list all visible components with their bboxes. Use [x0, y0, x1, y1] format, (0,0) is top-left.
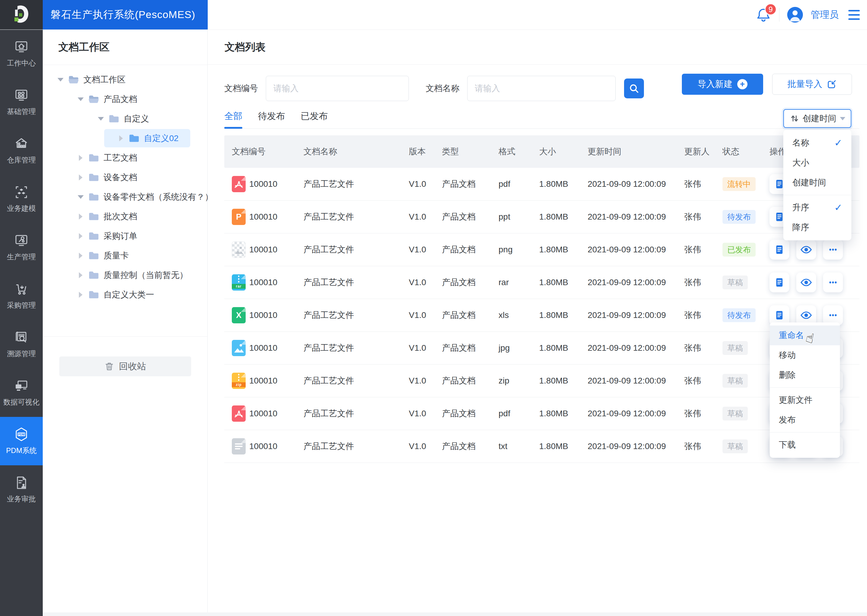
context-menu-item-移动[interactable]: 移动: [770, 345, 840, 365]
caret-right-icon[interactable]: [77, 155, 85, 161]
context-menu-item-删除[interactable]: 删除: [770, 365, 840, 385]
cell-format: ppt: [498, 212, 510, 222]
tab-全部[interactable]: 全部: [224, 104, 242, 129]
search-button[interactable]: [624, 79, 644, 98]
tree-node[interactable]: 设备零件文档（系统没有？）: [43, 187, 207, 207]
doc-name-input[interactable]: [467, 76, 616, 101]
sidebar-item-label: 数据可视化: [3, 398, 39, 407]
tree-node[interactable]: 自定义: [43, 109, 207, 129]
tree-node[interactable]: 批次文档: [43, 207, 207, 226]
context-menu-item-发布[interactable]: 发布: [770, 410, 840, 430]
table-row[interactable]: X100010产品工艺文件V1.0产品文档xls1.80MB2021-09-09…: [224, 299, 859, 332]
tree-node-selected[interactable]: 自定义02: [43, 129, 207, 148]
doc-no-label: 文档编号: [224, 83, 258, 94]
recycle-bin-button[interactable]: 回收站: [59, 357, 191, 376]
context-menu-item-重命名[interactable]: 重命名☝: [770, 325, 840, 345]
table-row[interactable]: 100010产品工艺文件V1.0产品文档jpg1.80MB2021-09-09 …: [224, 332, 859, 365]
caret-right-icon[interactable]: [77, 174, 85, 181]
context-menu-item-label: 删除: [779, 369, 796, 381]
detail-button[interactable]: [769, 240, 789, 259]
menu-hamburger-icon[interactable]: [848, 10, 860, 20]
sort-option-名称[interactable]: 名称✓: [783, 133, 851, 153]
caret-right-icon[interactable]: [77, 272, 85, 278]
cell-updated-at: 2021-09-09 12:00:09: [588, 442, 666, 451]
sidebar-item-base-management[interactable]: 基础管理: [0, 78, 43, 126]
caret-right-icon[interactable]: [77, 233, 85, 239]
sort-option-降序[interactable]: 降序: [783, 217, 851, 237]
column-header: 版本: [409, 146, 426, 157]
folder-icon: [88, 290, 99, 299]
tree-node[interactable]: 文档工作区: [43, 70, 207, 90]
tree-node[interactable]: 产品文档: [43, 90, 207, 109]
sidebar-item-business-modeling[interactable]: 业务建模: [0, 175, 43, 223]
caret-right-icon[interactable]: [77, 292, 85, 298]
tree-node-label: 设备文档: [104, 172, 137, 183]
tree-node[interactable]: 质量控制（当前暂无）: [43, 265, 207, 285]
sidebar-item-warehouse[interactable]: 仓库管理: [0, 126, 43, 175]
sidebar-item-procurement[interactable]: 采购管理: [0, 272, 43, 320]
table-row[interactable]: zip100010产品工艺文件V1.0产品文档zip1.80MB2021-09-…: [224, 365, 859, 398]
sidebar-item-production[interactable]: 生产管理: [0, 223, 43, 272]
table-row[interactable]: 100010产品工艺文件V1.0产品文档pdf1.80MB2021-09-09 …: [224, 398, 859, 430]
sidebar-item-label: 工作中心: [7, 58, 36, 68]
caret-right-icon[interactable]: [77, 253, 85, 259]
context-menu-item-更新文件[interactable]: 更新文件: [770, 390, 840, 410]
notification-count-badge: 9: [765, 3, 777, 15]
sidebar-item-label: 采购管理: [7, 300, 36, 310]
user-name[interactable]: 管理员: [811, 8, 839, 21]
status-tabs: 全部待发布已发布: [224, 104, 859, 129]
sort-option-大小[interactable]: 大小: [783, 153, 851, 173]
cell-updated-by: 张伟: [684, 342, 701, 354]
cell-type: 产品文档: [442, 408, 476, 419]
tree-node[interactable]: 采购订单: [43, 226, 207, 246]
sidebar-item-approval[interactable]: 业务审批: [0, 465, 43, 514]
avatar[interactable]: [787, 7, 803, 22]
table-row[interactable]: 100010产品工艺文件V1.0产品文档png1.80MB2021-09-09 …: [224, 233, 859, 266]
batch-import-button[interactable]: 批量导入: [772, 74, 852, 95]
table-row[interactable]: rar100010产品工艺文件V1.0产品文档rar1.80MB2021-09-…: [224, 266, 859, 299]
cell-updated-at: 2021-09-09 12:00:09: [588, 179, 666, 189]
more-actions-button[interactable]: [823, 272, 843, 292]
tab-待发布[interactable]: 待发布: [258, 104, 285, 129]
caret-down-icon[interactable]: [77, 195, 85, 199]
column-header: 大小: [539, 146, 556, 157]
caret-right-icon[interactable]: [77, 214, 85, 220]
tree-node[interactable]: 自定义大类一: [43, 285, 207, 304]
table-row[interactable]: 100010产品工艺文件V1.0产品文档pdf1.80MB2021-09-09 …: [224, 168, 859, 201]
search-icon: [628, 83, 640, 94]
sort-button[interactable]: 创建时间: [783, 109, 851, 128]
tree-node[interactable]: 设备文档: [43, 168, 207, 187]
preview-eye-button[interactable]: [796, 272, 816, 292]
caret-down-icon[interactable]: [77, 97, 85, 101]
cell-updated-at: 2021-09-09 12:00:09: [588, 310, 666, 320]
tab-已发布[interactable]: 已发布: [301, 104, 328, 129]
status-badge-label: 草稿: [722, 341, 748, 355]
cell-format: png: [498, 245, 513, 255]
notification-bell-icon[interactable]: 9: [756, 7, 771, 22]
more-actions-button[interactable]: [823, 240, 843, 259]
tree-node[interactable]: 工艺文档: [43, 148, 207, 168]
sidebar-item-workcenter[interactable]: 工作中心: [0, 30, 43, 78]
table-row[interactable]: P100010产品工艺文件V1.0产品文档ppt1.80MB2021-09-09…: [224, 201, 859, 233]
sidebar-item-data-visualization[interactable]: 数据可视化: [0, 368, 43, 417]
cell-type: 产品文档: [442, 441, 476, 452]
caret-down-icon[interactable]: [57, 78, 65, 82]
sort-option-升序[interactable]: 升序✓: [783, 198, 851, 217]
tree-node[interactable]: 质量卡: [43, 246, 207, 265]
doc-no-input[interactable]: [266, 76, 409, 101]
sort-option-创建时间[interactable]: 创建时间: [783, 173, 851, 193]
table-row[interactable]: 100010产品工艺文件V1.0产品文档txt1.80MB2021-09-09 …: [224, 430, 859, 463]
status-badge-label: 流转中: [722, 177, 756, 191]
sidebar-item-pdm[interactable]: PDMPDM系统: [0, 417, 43, 465]
context-menu-item-下载[interactable]: 下载: [770, 435, 840, 455]
sidebar-item-traceability[interactable]: 溯源管理: [0, 320, 43, 368]
import-new-button[interactable]: 导入新建 +: [682, 74, 763, 95]
cell-doc-no: 100010: [249, 343, 277, 353]
cell-doc-no: 100010: [249, 179, 277, 189]
detail-button[interactable]: [769, 272, 789, 292]
caret-right-icon[interactable]: [117, 135, 125, 141]
cursor-pointer-icon: ☝: [804, 329, 815, 346]
preview-eye-button[interactable]: [796, 240, 816, 259]
tree-node-label: 文档工作区: [84, 74, 126, 85]
caret-down-icon[interactable]: [97, 117, 105, 121]
